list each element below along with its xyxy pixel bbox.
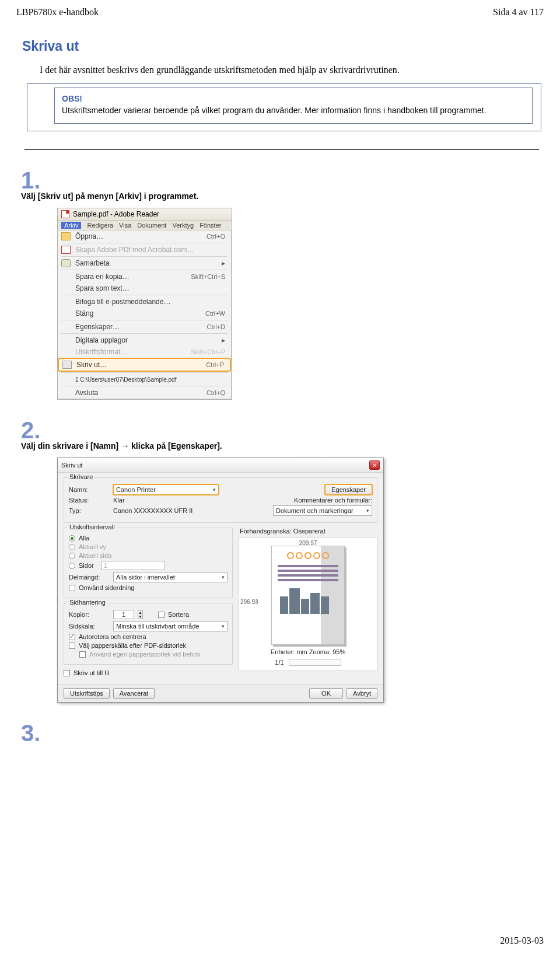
pages-input[interactable]: 1 [101, 561, 165, 570]
menu-oppna[interactable]: Öppna…Ctrl+O [58, 231, 231, 242]
menu-titlebar: Sample.pdf - Adobe Reader [58, 208, 232, 221]
step2-number: 2. [21, 417, 544, 444]
copies-input[interactable]: 1 [113, 610, 134, 619]
menu-wintitle: Sample.pdf - Adobe Reader [73, 210, 159, 218]
step2-text: Välj din skrivare i [Namn] → klicka på [… [21, 441, 544, 451]
obs-text: Utskriftsmetoder varierar beroende på vi… [62, 106, 525, 115]
menu-samarbeta[interactable]: Samarbeta▸ [58, 257, 231, 269]
menubar-fonster[interactable]: Fönster [200, 222, 221, 229]
preview-scrollbar[interactable] [289, 659, 341, 666]
preview-circles-icon [276, 552, 340, 561]
menu-utskriftsformat: Utskriftsformat…Skift+Ctrl+P [58, 346, 231, 358]
preview-buildings-icon [276, 587, 340, 614]
preview-units: Enheter: mm Zooma: 95% [244, 648, 372, 655]
print-dialog: Skriv ut ✕ Skrivare Namn: Canon Printer▾… [57, 458, 384, 703]
radio-all[interactable] [69, 535, 75, 542]
step1-number: 1. [21, 167, 544, 194]
pdfsource-check[interactable] [69, 643, 75, 649]
folder-icon [61, 232, 71, 240]
menubar-verktyg[interactable]: Verktyg [172, 222, 194, 229]
menu-window: Sample.pdf - Adobe Reader Arkiv Redigera… [57, 208, 232, 400]
menu-recent1[interactable]: 1 C:\Users\user07\Desktop\Sample.pdf [58, 373, 231, 385]
obs-box: OBS! Utskriftsmetoder varierar beroende … [54, 88, 533, 124]
copies-up[interactable]: ▲ [138, 610, 142, 615]
radio-pages[interactable] [69, 563, 75, 569]
preview-label: Förhandsgranska: Oseparerat [240, 528, 377, 535]
menubar-arkiv[interactable]: Arkiv [61, 222, 81, 229]
step1-text: Välj [Skriv ut] på menyn [Arkiv] i progr… [21, 191, 544, 201]
copies-label: Kopior: [69, 611, 110, 618]
menubar-dokument[interactable]: Dokument [137, 222, 166, 229]
preview-height: 296.93 [240, 599, 258, 605]
page-title: Skriva ut [22, 39, 544, 54]
menu-spara-kopia[interactable]: Spara en kopia…Skift+Ctrl+S [58, 271, 231, 282]
print-preview: 209.97 296.93 Enheter: mm Zooma: 95% 1/1 [239, 537, 377, 671]
menu-digitala[interactable]: Digitala upplagor▸ [58, 334, 231, 346]
intro-text: I det här avsnittet beskrivs den grundlä… [40, 65, 544, 75]
type-value: Canon XXXXXXXXX UFR II [113, 507, 192, 514]
handling-group: Sidhantering Kopior: 1 ▲▼ Sortera Sidska… [64, 603, 233, 665]
menu-spara-text[interactable]: Spara som text… [58, 282, 231, 294]
properties-button[interactable]: Egenskaper [325, 484, 372, 495]
radio-currentpage[interactable] [69, 553, 75, 559]
name-label: Namn: [69, 486, 110, 493]
menu-skriv-ut[interactable]: Skriv ut…Ctrl+P [58, 358, 231, 372]
divider [24, 149, 539, 150]
menu-bifoga[interactable]: Bifoga till e-postmeddelande… [58, 296, 231, 308]
menubar-visa[interactable]: Visa [119, 222, 131, 229]
subset-label: Delmängd: [69, 574, 110, 581]
step3-number: 3. [21, 720, 544, 746]
status-label: Status: [69, 497, 110, 504]
printer-name-select[interactable]: Canon Printer▾ [113, 484, 219, 495]
menu-egenskaper[interactable]: Egenskaper…Ctrl+D [58, 321, 231, 333]
header-left: LBP6780x e-handbok [16, 7, 99, 18]
menu-bar: Arkiv Redigera Visa Dokument Verktyg Fön… [58, 221, 232, 231]
cancel-button[interactable]: Avbryt [346, 688, 377, 699]
menubar-redigera[interactable]: Redigera [87, 222, 113, 229]
collate-check[interactable] [158, 612, 164, 618]
custom-size-check [79, 651, 86, 658]
scale-label: Sidskala: [69, 623, 110, 630]
comments-select[interactable]: Dokument och markeringar▾ [273, 505, 372, 516]
preview-page: 1/1 [275, 659, 284, 666]
obs-heading: OBS! [62, 94, 525, 103]
dialog-title: Skriv ut [61, 462, 83, 469]
autorotate-check[interactable] [69, 634, 75, 640]
menu-dropdown: Öppna…Ctrl+O Skapa Adobe PDf med Acrobat… [58, 231, 232, 399]
menu-skapa-pdf: Skapa Adobe PDf med Acrobat.com… [58, 244, 231, 256]
printer-icon [62, 361, 72, 369]
tips-button[interactable]: Utskriftstips [64, 688, 110, 699]
obs-outer: OBS! Utskriftsmetoder varierar beroende … [27, 83, 541, 131]
pdf-small-icon [61, 246, 71, 254]
printer-group: Skrivare Namn: Canon Printer▾ Egenskaper… [64, 477, 377, 523]
menu-avsluta[interactable]: AvslutaCtrl+Q [58, 387, 231, 399]
reverse-check[interactable] [69, 585, 75, 591]
subset-select[interactable]: Alla sidor i intervallet▾ [113, 572, 228, 582]
pdf-icon [61, 210, 69, 218]
radio-currentview[interactable] [69, 544, 75, 550]
type-label: Typ: [69, 507, 110, 514]
advanced-button[interactable]: Avancerat [113, 688, 155, 699]
header-right: Sida 4 av 117 [493, 7, 544, 18]
people-icon [61, 259, 71, 267]
close-icon[interactable]: ✕ [369, 460, 380, 470]
range-group: Utskriftsintervall Alla Aktuell vy Aktue… [64, 528, 233, 598]
tofile-check[interactable] [64, 670, 70, 676]
menu-stang[interactable]: StängCtrl+W [58, 308, 231, 319]
ok-button[interactable]: OK [309, 688, 343, 699]
scale-select[interactable]: Minska till utskrivbart område▾ [113, 621, 228, 631]
copies-down[interactable]: ▼ [138, 615, 142, 619]
status-value: Klar [113, 497, 125, 504]
comments-label: Kommentarer och formulär: [294, 497, 372, 504]
